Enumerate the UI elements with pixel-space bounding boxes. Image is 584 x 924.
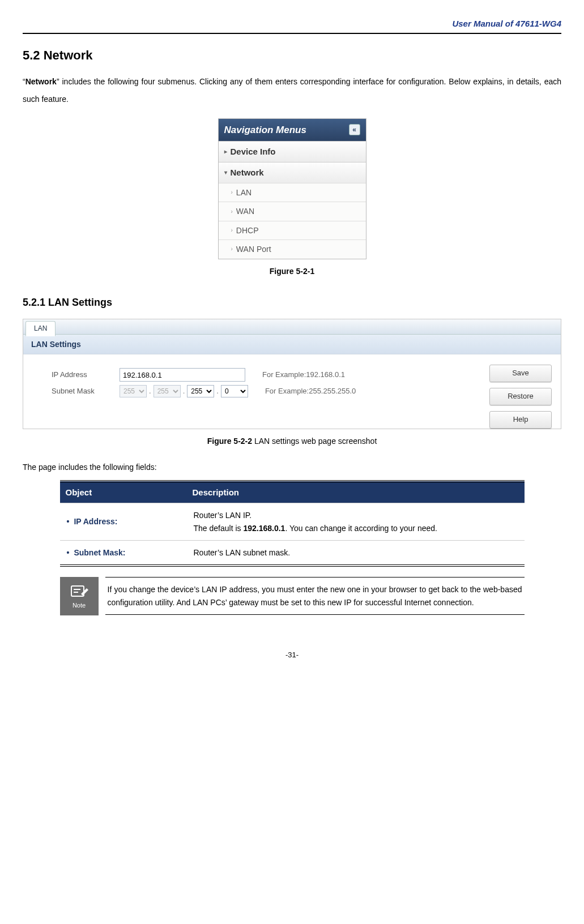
note-label: Note (73, 601, 86, 611)
nav-network[interactable]: ▾ Network (219, 162, 366, 183)
chevron-icon: › (231, 245, 233, 254)
page-number: -31- (23, 649, 561, 661)
object-description-table: Object Description •IP Address: Router’s… (60, 480, 525, 567)
lan-settings-panel: LAN LAN Settings IP Address For Example:… (23, 319, 561, 429)
intro-bold: Network (25, 77, 57, 86)
nav-sub-lan[interactable]: › LAN (219, 183, 366, 202)
note-text: If you change the device’s LAN IP addres… (105, 577, 525, 615)
col-object-header: Object (60, 481, 187, 503)
subnet-mask-label: Subnet Mask (52, 386, 120, 397)
nav-title: Navigation Menus (224, 122, 306, 138)
nav-sub-wanport[interactable]: › WAN Port (219, 239, 366, 258)
nav-device-info[interactable]: ▸ Device Info (219, 141, 366, 162)
figure-5-2-1-caption: Figure 5-2-1 (23, 265, 561, 277)
nav-sub-label: DHCP (236, 224, 259, 237)
table-row: •IP Address: Router’s LAN IP. The defaul… (60, 503, 525, 541)
fields-intro: The page includes the following fields: (23, 461, 561, 473)
mask-octet-2[interactable]: 255 (154, 385, 181, 397)
mask-octet-3[interactable]: 255 (187, 385, 214, 397)
collapse-icon[interactable]: « (349, 124, 360, 135)
nav-device-info-label: Device Info (231, 145, 276, 159)
table-row: •Subnet Mask: Router’s LAN subnet mask. (60, 541, 525, 566)
obj-name: Subnet Mask: (74, 548, 125, 557)
chevron-icon: › (231, 207, 233, 216)
help-button[interactable]: Help (489, 411, 552, 429)
dot-separator: . (149, 386, 151, 397)
section-heading: 5.2 Network (23, 45, 561, 65)
fig2-rest: LAN settings web page screenshot (252, 437, 377, 446)
mask-octet-4[interactable]: 0 (221, 385, 248, 397)
bullet-icon: • (67, 548, 70, 557)
subnet-mask-group: 255 . 255 . 255 . 0 (120, 385, 248, 397)
mask-octet-1[interactable]: 255 (120, 385, 147, 397)
fig2-bold: Figure 5-2-2 (207, 437, 252, 446)
caret-right-icon: ▸ (224, 147, 227, 156)
restore-button[interactable]: Restore (489, 388, 552, 405)
desc-line2-post: . You can change it according to your ne… (285, 524, 437, 533)
save-button[interactable]: Save (489, 365, 552, 382)
note-block: Note If you change the device’s LAN IP a… (60, 577, 525, 615)
nav-sub-label: WAN (236, 205, 254, 217)
ip-address-input[interactable] (120, 368, 245, 382)
subsection-heading: 5.2.1 LAN Settings (23, 294, 561, 311)
nav-sub-wan[interactable]: › WAN (219, 202, 366, 220)
chevron-icon: › (231, 188, 233, 197)
intro-rest: ” includes the following four submenus. … (23, 77, 561, 104)
nav-sub-dhcp[interactable]: › DHCP (219, 221, 366, 239)
ip-address-hint: For Example:192.168.0.1 (262, 369, 345, 381)
lan-tab[interactable]: LAN (25, 321, 56, 336)
manual-header: User Manual of 47611-WG4 (23, 17, 561, 34)
desc-line1: Router’s LAN IP. (194, 511, 252, 520)
caret-down-icon: ▾ (224, 168, 227, 177)
bullet-icon: • (67, 517, 70, 526)
nav-titlebar: Navigation Menus « (219, 119, 366, 141)
lan-tab-row: LAN (23, 319, 561, 335)
nav-sub-label: LAN (236, 186, 251, 199)
lan-panel-header: LAN Settings (23, 335, 561, 354)
desc-line2-bold: 192.168.0.1 (243, 524, 285, 533)
chevron-icon: › (231, 226, 233, 235)
desc-full: Router’s LAN subnet mask. (187, 541, 525, 566)
pencil-note-icon (70, 583, 89, 600)
figure-5-2-2-caption: Figure 5-2-2 LAN settings web page scree… (23, 435, 561, 447)
obj-name: IP Address: (74, 517, 117, 526)
subnet-mask-hint: For Example:255.255.255.0 (265, 386, 356, 397)
navigation-menu-panel: Navigation Menus « ▸ Device Info ▾ Netwo… (218, 118, 366, 259)
section-intro: “Network” includes the following four su… (23, 73, 561, 108)
col-description-header: Description (187, 481, 525, 503)
desc-line2-pre: The default is (194, 524, 244, 533)
nav-network-label: Network (231, 166, 264, 179)
dot-separator: . (183, 386, 185, 397)
nav-sub-label: WAN Port (236, 243, 271, 255)
note-icon: Note (60, 577, 99, 615)
ip-address-label: IP Address (52, 369, 120, 381)
dot-separator: . (216, 386, 219, 397)
